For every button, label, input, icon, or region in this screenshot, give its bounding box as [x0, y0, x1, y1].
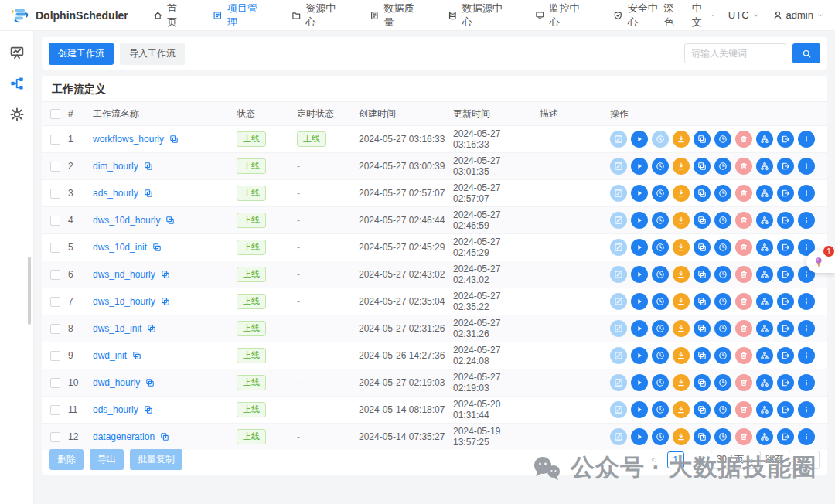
edit-button[interactable] — [610, 185, 627, 202]
cron-manage-button[interactable] — [714, 428, 731, 445]
timing-button[interactable] — [652, 185, 669, 202]
delete-button[interactable] — [735, 428, 752, 445]
copy-name-icon[interactable] — [161, 297, 170, 306]
cron-manage-button[interactable] — [714, 401, 731, 418]
export-button[interactable] — [777, 293, 794, 310]
delete-button[interactable] — [735, 293, 752, 310]
copy-button[interactable] — [694, 320, 711, 337]
copy-button[interactable] — [694, 266, 711, 283]
copy-button[interactable] — [694, 158, 711, 175]
sidebar-scrollbar[interactable] — [28, 257, 31, 325]
run-button[interactable] — [631, 239, 648, 256]
language-selector[interactable]: 中文 — [692, 2, 716, 29]
offline-button[interactable] — [673, 374, 690, 391]
row-checkbox[interactable] — [50, 405, 60, 415]
workflow-name-link[interactable]: dws_1d_hourly — [93, 296, 155, 307]
copy-name-icon[interactable] — [161, 270, 170, 279]
edit-button[interactable] — [610, 347, 627, 364]
batch-copy-button[interactable]: 批量复制 — [130, 449, 182, 470]
tree-view-button[interactable] — [756, 401, 773, 418]
delete-button[interactable] — [735, 131, 752, 148]
version-info-button[interactable] — [798, 293, 815, 310]
import-workflow-button[interactable]: 导入工作流 — [120, 43, 185, 65]
version-info-button[interactable] — [798, 320, 815, 337]
workflow-name-link[interactable]: dim_hourly — [93, 161, 138, 172]
cron-manage-button[interactable] — [714, 320, 731, 337]
offline-button[interactable] — [673, 212, 690, 229]
timing-button[interactable] — [652, 347, 669, 364]
offline-button[interactable] — [673, 158, 690, 175]
copy-button[interactable] — [694, 131, 711, 148]
copy-name-icon[interactable] — [144, 189, 153, 198]
nav-item-monitor[interactable]: 监控中心 — [535, 2, 585, 29]
run-button[interactable] — [631, 293, 648, 310]
cron-manage-button[interactable] — [714, 347, 731, 364]
nav-item-home[interactable]: 首页 — [153, 2, 186, 29]
sidebar-item-project-overview[interactable] — [9, 45, 25, 60]
version-info-button[interactable] — [798, 428, 815, 445]
page-1-button[interactable]: 1 — [667, 451, 684, 468]
tree-view-button[interactable] — [756, 320, 773, 337]
timing-button[interactable] — [652, 266, 669, 283]
tree-view-button[interactable] — [756, 347, 773, 364]
delete-button[interactable] — [735, 212, 752, 229]
row-checkbox[interactable] — [50, 270, 60, 280]
offline-button[interactable] — [673, 320, 690, 337]
timing-button[interactable] — [652, 239, 669, 256]
nav-item-data-quality[interactable]: 数据质量 — [370, 2, 420, 29]
copy-name-icon[interactable] — [160, 432, 169, 441]
run-button[interactable] — [631, 428, 648, 445]
timing-button[interactable] — [652, 428, 669, 445]
cron-manage-button[interactable] — [714, 131, 731, 148]
timing-button[interactable] — [652, 131, 669, 148]
version-info-button[interactable] — [798, 374, 815, 391]
nav-item-datasource[interactable]: 数据源中心 — [448, 2, 507, 29]
edit-button[interactable] — [610, 374, 627, 391]
run-button[interactable] — [631, 158, 648, 175]
tree-view-button[interactable] — [756, 428, 773, 445]
workflow-name-link[interactable]: ods_hourly — [93, 404, 138, 415]
copy-name-icon[interactable] — [132, 351, 141, 360]
copy-button[interactable] — [694, 212, 711, 229]
user-menu[interactable]: admin — [772, 9, 824, 21]
tree-view-button[interactable] — [756, 131, 773, 148]
tree-view-button[interactable] — [756, 374, 773, 391]
offline-button[interactable] — [673, 293, 690, 310]
search-input[interactable] — [684, 43, 786, 63]
delete-selected-button[interactable]: 删除 — [49, 449, 84, 470]
offline-button[interactable] — [673, 131, 690, 148]
run-button[interactable] — [631, 212, 648, 229]
offline-button[interactable] — [673, 266, 690, 283]
cron-manage-button[interactable] — [714, 212, 731, 229]
row-checkbox[interactable] — [50, 189, 60, 199]
copy-name-icon[interactable] — [152, 243, 162, 252]
timing-button[interactable] — [652, 401, 669, 418]
offline-button[interactable] — [673, 428, 690, 445]
delete-button[interactable] — [735, 239, 752, 256]
run-button[interactable] — [631, 131, 648, 148]
tree-view-button[interactable] — [756, 293, 773, 310]
timing-button[interactable] — [652, 212, 669, 229]
delete-button[interactable] — [735, 401, 752, 418]
tree-view-button[interactable] — [756, 212, 773, 229]
offline-button[interactable] — [673, 347, 690, 364]
nav-item-resources[interactable]: 资源中心 — [291, 2, 342, 29]
row-checkbox[interactable] — [50, 162, 60, 172]
workflow-name-link[interactable]: ads_hourly — [93, 188, 138, 199]
edit-button[interactable] — [610, 239, 627, 256]
copy-button[interactable] — [694, 428, 711, 445]
version-info-button[interactable] — [798, 185, 815, 202]
export-button[interactable] — [777, 374, 794, 391]
theme-toggle[interactable]: 深色 — [663, 2, 679, 29]
export-button[interactable] — [777, 347, 794, 364]
run-button[interactable] — [631, 185, 648, 202]
tree-view-button[interactable] — [756, 158, 773, 175]
export-button[interactable] — [777, 212, 794, 229]
timing-button[interactable] — [652, 320, 669, 337]
cron-manage-button[interactable] — [714, 293, 731, 310]
cron-manage-button[interactable] — [714, 374, 731, 391]
export-button[interactable] — [777, 320, 794, 337]
row-checkbox[interactable] — [50, 378, 60, 388]
run-button[interactable] — [631, 401, 648, 418]
nav-item-projects[interactable]: 项目管理 — [213, 2, 263, 29]
